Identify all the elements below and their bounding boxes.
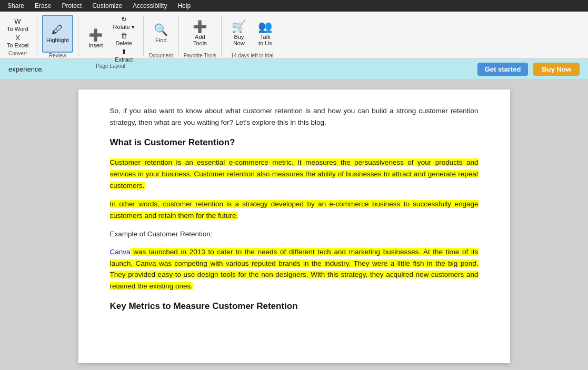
- add-tools-icon: ➕: [193, 21, 207, 33]
- insert-icon: ➕: [88, 29, 103, 41]
- extract-button[interactable]: ⬆ Extract: [109, 47, 138, 63]
- highlight-icon: 🖊: [52, 24, 63, 36]
- menu-accessibility[interactable]: Accessibility: [127, 0, 172, 12]
- document-label: Document: [149, 53, 173, 59]
- talk-to-us-label: Talkto Us: [258, 34, 272, 46]
- to-word-button[interactable]: W To Word: [3, 17, 32, 33]
- word-icon: W: [14, 17, 21, 25]
- buy-now-ribbon-button[interactable]: 🛒 BuyNow: [226, 15, 252, 53]
- separator-1: [37, 16, 37, 56]
- highlighted-text-3: was launched in 2013 to cater to the nee…: [110, 248, 479, 290]
- page-layout-col: ↻ Rotate ▾ 🗑 Delete ⬆ Extract: [109, 15, 138, 63]
- page-layout-label: Page Layout: [96, 63, 125, 70]
- ribbon-group-review: 🖊 Highlight Review: [40, 14, 75, 58]
- para-customer-retention-2: In other words, customer retention is a …: [110, 198, 479, 221]
- rotate-icon: ↻: [121, 15, 127, 23]
- menu-share[interactable]: Share: [2, 0, 29, 12]
- convert-col: W To Word X To Excel: [3, 17, 32, 49]
- to-excel-label: To Excel: [7, 42, 29, 48]
- ribbon-group-trial: 🛒 BuyNow 👥 Talkto Us 14 days left in tri…: [224, 14, 280, 58]
- find-button[interactable]: 🔍 Find: [148, 15, 174, 53]
- rotate-label: Rotate ▾: [113, 24, 135, 31]
- example-heading: Example of Customer Retention:: [110, 228, 479, 240]
- talk-to-us-button[interactable]: 👥 Talkto Us: [253, 15, 278, 53]
- to-excel-button[interactable]: X To Excel: [3, 33, 32, 49]
- buy-now-icon: 🛒: [232, 21, 246, 33]
- separator-3: [143, 16, 144, 56]
- document-buttons: 🔍 Find: [148, 15, 174, 53]
- menu-customize[interactable]: Customize: [87, 0, 127, 12]
- convert-buttons: W To Word X To Excel: [3, 15, 32, 51]
- canva-link[interactable]: Canva: [110, 248, 131, 256]
- heading-what-is-customer-retention: What is Customer Retention?: [110, 135, 479, 149]
- trial-buttons: 🛒 BuyNow 👥 Talkto Us: [226, 15, 278, 53]
- ribbon-group-favorite-tools: ➕ AddTools Favorite Tools: [182, 14, 218, 58]
- page-document: So, if you also want to know about what …: [78, 89, 510, 363]
- buy-now-ribbon-label: BuyNow: [233, 34, 245, 46]
- excel-icon: X: [15, 34, 20, 42]
- menu-protect[interactable]: Protect: [56, 0, 87, 12]
- ribbon-group-page-layout: ➕ Insert ↻ Rotate ▾ 🗑 Delete ⬆ Extract P…: [81, 14, 141, 58]
- insert-button[interactable]: ➕ Insert: [83, 20, 108, 58]
- add-tools-button[interactable]: ➕ AddTools: [187, 15, 213, 53]
- highlighted-text-2: In other words, customer retention is a …: [110, 200, 479, 219]
- highlight-label: Highlight: [46, 37, 69, 43]
- trial-label: 14 days left in trial: [231, 53, 274, 59]
- menu-bar: Share Erase Protect Customize Accessibil…: [0, 0, 588, 12]
- para-customer-retention-1: Customer retention is an essential e-com…: [110, 157, 479, 191]
- separator-2: [78, 16, 78, 56]
- extract-label: Extract: [115, 56, 133, 63]
- page-area: So, if you also want to know about what …: [0, 79, 588, 370]
- separator-5: [221, 16, 222, 56]
- menu-erase[interactable]: Erase: [29, 0, 56, 12]
- canva-paragraph: Canva was launched in 2013 to cater to t…: [110, 246, 479, 292]
- find-label: Find: [155, 37, 166, 43]
- delete-icon: 🗑: [121, 32, 127, 39]
- extract-icon: ⬆: [121, 48, 127, 56]
- highlighted-text-1: Customer retention is an essential e-com…: [110, 158, 479, 189]
- to-word-label: To Word: [7, 26, 28, 32]
- talk-icon: 👥: [258, 21, 272, 33]
- trial-banner-text: experience.: [8, 65, 472, 73]
- convert-label: Convert: [8, 51, 27, 57]
- separator-4: [178, 16, 179, 56]
- intro-paragraph: So, if you also want to know about what …: [110, 105, 479, 128]
- ribbon-group-document: 🔍 Find Document: [146, 14, 176, 58]
- review-label: Review: [49, 53, 66, 59]
- delete-button[interactable]: 🗑 Delete: [109, 31, 138, 47]
- review-buttons: 🖊 Highlight: [42, 15, 73, 53]
- add-tools-label: AddTools: [193, 34, 207, 46]
- buy-now-banner-button[interactable]: Buy Now: [533, 63, 580, 76]
- favorite-tools-label: Favorite Tools: [184, 53, 216, 59]
- heading-key-metrics: Key Metrics to Measure Customer Retentio…: [110, 299, 479, 313]
- insert-label: Insert: [88, 42, 103, 48]
- menu-help[interactable]: Help: [172, 0, 196, 12]
- find-icon: 🔍: [154, 24, 168, 36]
- delete-label: Delete: [115, 40, 132, 46]
- favorite-tools-buttons: ➕ AddTools: [187, 15, 213, 53]
- highlight-button[interactable]: 🖊 Highlight: [42, 15, 73, 53]
- ribbon: W To Word X To Excel Convert 🖊 Highlight…: [0, 12, 588, 59]
- rotate-button[interactable]: ↻ Rotate ▾: [109, 15, 138, 31]
- get-started-button[interactable]: Get started: [477, 63, 529, 76]
- page-layout-buttons: ➕ Insert ↻ Rotate ▾ 🗑 Delete ⬆ Extract: [83, 15, 138, 63]
- ribbon-group-convert: W To Word X To Excel Convert: [1, 14, 34, 58]
